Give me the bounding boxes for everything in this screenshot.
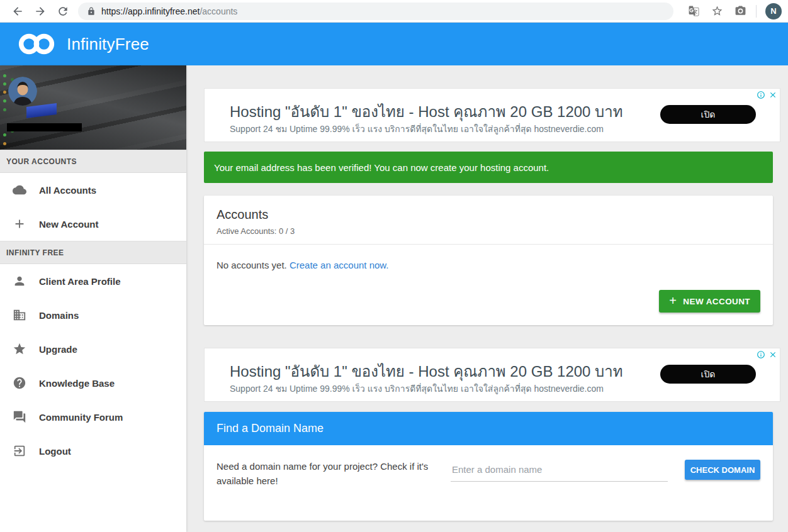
- find-domain-body: Need a domain name for your project? Che…: [204, 445, 773, 521]
- new-account-button-label: NEW ACCOUNT: [683, 297, 750, 306]
- bookmark-star-icon[interactable]: [711, 5, 723, 17]
- sidebar-profile: [0, 65, 186, 150]
- ad-close-icon[interactable]: [768, 350, 777, 359]
- camera-icon[interactable]: [735, 5, 746, 17]
- section-header-your-accounts: YOUR ACCOUNTS: [0, 150, 186, 173]
- main-content: Hosting "อันดับ 1" ของไทย - Host คุณภาพ …: [186, 65, 788, 532]
- cloud-icon: [13, 183, 26, 197]
- forum-icon: [13, 410, 26, 424]
- browser-toolbar: https://app.infinityfree.net/accounts N: [0, 0, 788, 23]
- domain-description: Need a domain name for your project? Che…: [217, 459, 434, 489]
- browser-profile-avatar[interactable]: N: [765, 3, 782, 19]
- star-icon: [13, 342, 26, 356]
- sidebar-item-client-area-profile[interactable]: Client Area Profile: [0, 264, 186, 298]
- ad-info-icon[interactable]: [757, 350, 765, 359]
- accounts-card: Accounts Active Accounts: 0 / 3 No accou…: [204, 196, 773, 325]
- sidebar-item-label: Logout: [39, 446, 71, 457]
- server-leds-decoration: [3, 74, 6, 77]
- check-domain-button[interactable]: CHECK DOMAIN: [685, 460, 760, 480]
- ad-info-icon[interactable]: [757, 91, 765, 99]
- find-domain-header: Find a Domain Name: [204, 412, 773, 445]
- ad-open-button[interactable]: เปิด: [660, 105, 756, 124]
- server-lcd-decoration: [26, 103, 57, 118]
- ad-open-button[interactable]: เปิด: [660, 365, 756, 384]
- accounts-card-body: No accounts yet. Create an account now.: [204, 245, 773, 270]
- new-account-button[interactable]: + NEW ACCOUNT: [659, 290, 760, 313]
- sidebar-nav: YOUR ACCOUNTSAll AccountsNew AccountINFI…: [0, 150, 186, 468]
- sidebar-item-domains[interactable]: Domains: [0, 298, 186, 332]
- sidebar-item-upgrade[interactable]: Upgrade: [0, 332, 186, 366]
- back-icon[interactable]: [11, 5, 24, 18]
- url-text: https://app.infinityfree.net/accounts: [101, 6, 237, 16]
- person-icon: [13, 274, 26, 288]
- ad-close-icon[interactable]: [768, 91, 777, 99]
- sidebar-item-knowledge-base[interactable]: Knowledge Base: [0, 366, 186, 400]
- plus-icon: [13, 217, 26, 231]
- section-header-infinity-free: INFINITY FREE: [0, 241, 186, 264]
- find-domain-title: Find a Domain Name: [217, 422, 324, 435]
- reload-icon[interactable]: [57, 5, 69, 18]
- ad-subtitle: Support 24 ชม Uptime 99.99% เร็ว แรง บริ…: [230, 382, 604, 396]
- accounts-card-header: Accounts Active Accounts: 0 / 3: [204, 196, 773, 245]
- active-accounts-count: Active Accounts: 0 / 3: [217, 226, 760, 236]
- url-path: /accounts: [200, 6, 237, 16]
- sidebar-item-new-account[interactable]: New Account: [0, 207, 186, 241]
- email-verified-alert: Your email address has been verified! Yo…: [204, 152, 773, 183]
- ad-banner-bottom[interactable]: Hosting "อันดับ 1" ของไทย - Host คุณภาพ …: [204, 348, 780, 402]
- sidebar-item-label: Client Area Profile: [39, 276, 120, 287]
- infinity-icon: [16, 31, 57, 57]
- app-header: InfinityFree: [0, 23, 788, 65]
- domain-icon: [13, 308, 26, 322]
- toolbar-divider: [756, 5, 757, 18]
- logout-icon: [13, 444, 26, 458]
- no-accounts-text: No accounts yet.: [217, 260, 290, 270]
- sidebar-item-label: Domains: [39, 310, 79, 321]
- forward-icon[interactable]: [34, 5, 47, 18]
- domain-input[interactable]: [451, 464, 668, 482]
- lock-icon: [87, 7, 96, 16]
- url-host: https://app.infinityfree.net: [101, 6, 200, 16]
- find-domain-card: Find a Domain Name Need a domain name fo…: [204, 412, 773, 521]
- help-icon: [13, 376, 26, 390]
- sidebar-item-label: Community Forum: [39, 412, 123, 423]
- sidebar-item-all-accounts[interactable]: All Accounts: [0, 173, 186, 207]
- translate-icon[interactable]: [688, 5, 700, 17]
- sidebar: YOUR ACCOUNTSAll AccountsNew AccountINFI…: [0, 65, 186, 532]
- address-bar[interactable]: https://app.infinityfree.net/accounts: [78, 3, 673, 20]
- ad-subtitle: Support 24 ชม Uptime 99.99% เร็ว แรง บริ…: [230, 122, 604, 136]
- ad-title: Hosting "อันดับ 1" ของไทย - Host คุณภาพ …: [230, 359, 623, 384]
- username-redaction: [7, 123, 82, 131]
- ad-title: Hosting "อันดับ 1" ของไทย - Host คุณภาพ …: [230, 99, 623, 124]
- sidebar-item-label: Knowledge Base: [39, 378, 115, 389]
- brand-title: InfinityFree: [67, 35, 149, 54]
- plus-icon: +: [669, 294, 677, 307]
- create-account-link[interactable]: Create an account now.: [290, 260, 389, 270]
- ad-banner-top[interactable]: Hosting "อันดับ 1" ของไทย - Host คุณภาพ …: [204, 88, 780, 142]
- sidebar-item-label: New Account: [39, 219, 98, 230]
- accounts-title: Accounts: [217, 208, 760, 222]
- sidebar-item-community-forum[interactable]: Community Forum: [0, 400, 186, 434]
- sidebar-item-logout[interactable]: Logout: [0, 434, 186, 468]
- alert-text: Your email address has been verified! Yo…: [214, 162, 549, 173]
- sidebar-item-label: All Accounts: [39, 185, 96, 196]
- sidebar-item-label: Upgrade: [39, 344, 77, 355]
- user-avatar[interactable]: [8, 77, 37, 106]
